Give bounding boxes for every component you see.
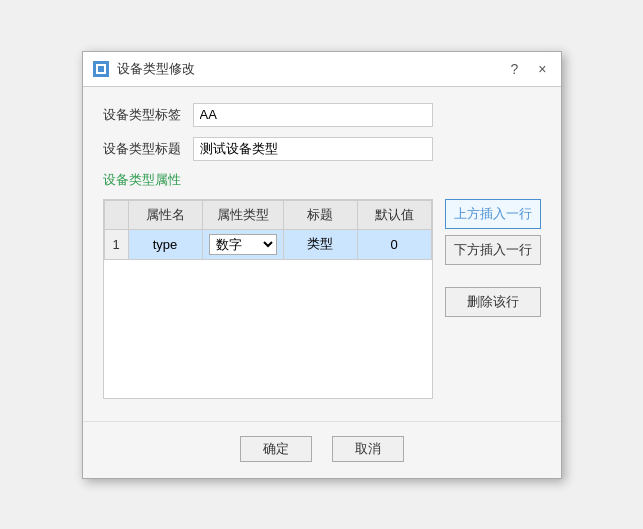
title-bar: 设备类型修改 ? × [83,52,561,87]
attr-section-label: 设备类型属性 [103,171,541,189]
close-button[interactable]: × [534,62,550,76]
attribute-table: 属性名 属性类型 标题 默认值 1 [104,200,432,260]
help-button[interactable]: ? [507,62,523,76]
delete-row-button[interactable]: 删除该行 [445,287,541,317]
row-attr-name[interactable] [128,229,202,259]
dialog-icon [93,61,109,77]
row-title[interactable] [283,229,357,259]
insert-above-button[interactable]: 上方插入一行 [445,199,541,229]
title-input[interactable] [193,137,433,161]
table-row[interactable]: 1 数字 字符串 布尔 日期 [104,229,431,259]
row-index: 1 [104,229,128,259]
attr-name-input[interactable] [135,237,196,252]
title-cell-input[interactable] [290,237,351,252]
attribute-table-wrapper: 属性名 属性类型 标题 默认值 1 [103,199,433,399]
attr-type-select[interactable]: 数字 字符串 布尔 日期 [209,234,277,255]
tag-row: 设备类型标签 [103,103,541,127]
table-body: 1 数字 字符串 布尔 日期 [104,229,431,259]
title-bar-right: ? × [507,62,551,76]
col-index [104,200,128,229]
col-attr-type: 属性类型 [202,200,283,229]
col-attr-name: 属性名 [128,200,202,229]
action-buttons: 上方插入一行 下方插入一行 删除该行 [445,199,541,317]
cancel-button[interactable]: 取消 [332,436,404,462]
default-val-input[interactable] [364,237,425,252]
title-bar-left: 设备类型修改 [93,60,195,78]
title-label: 设备类型标题 [103,140,183,158]
table-action-area: 属性名 属性类型 标题 默认值 1 [103,199,541,399]
tag-label: 设备类型标签 [103,106,183,124]
table-header: 属性名 属性类型 标题 默认值 [104,200,431,229]
dialog-title: 设备类型修改 [117,60,195,78]
insert-below-button[interactable]: 下方插入一行 [445,235,541,265]
row-default[interactable] [357,229,431,259]
dialog: 设备类型修改 ? × 设备类型标签 设备类型标题 设备类型属性 [82,51,562,479]
attr-label: 设备类型属性 [103,172,181,187]
title-row: 设备类型标题 [103,137,541,161]
col-title: 标题 [283,200,357,229]
dialog-footer: 确定 取消 [83,421,561,478]
row-attr-type[interactable]: 数字 字符串 布尔 日期 [202,229,283,259]
dialog-body: 设备类型标签 设备类型标题 设备类型属性 属性名 属性类型 [83,87,561,411]
tag-input[interactable] [193,103,433,127]
col-default: 默认值 [357,200,431,229]
confirm-button[interactable]: 确定 [240,436,312,462]
